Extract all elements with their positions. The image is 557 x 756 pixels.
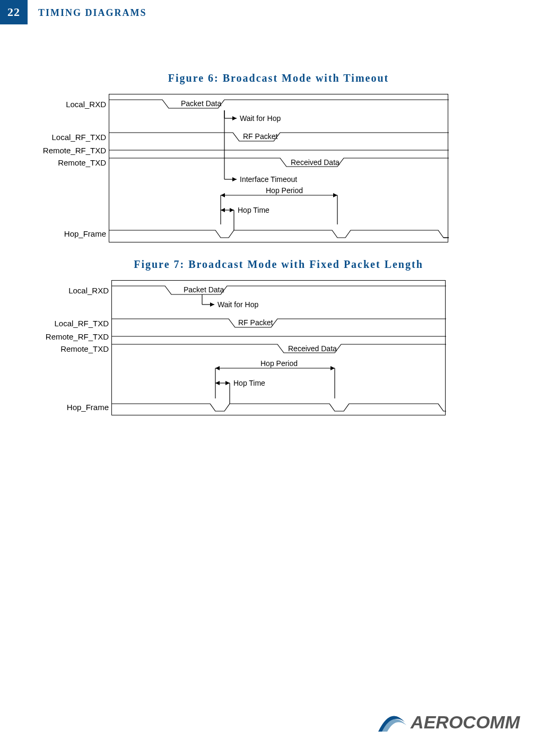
received-data-label: Received Data <box>291 158 340 167</box>
packet-data-label-7: Packet Data <box>184 285 224 294</box>
rf-packet-label-7: RF Packet <box>238 318 273 327</box>
figure-7-title: Figure 7: Broadcast Mode with Fixed Pack… <box>0 258 557 271</box>
interface-timeout-label: Interface Timeout <box>240 175 297 184</box>
figure-6-svg: Packet Data Wait for Hop RF Packet Recei… <box>109 94 449 243</box>
hop-time-label-7: Hop Time <box>233 379 265 387</box>
signal-label-hop-frame: Hop_Frame <box>64 229 106 238</box>
received-data-label-7: Received Data <box>288 344 337 353</box>
signal-label-local-rxd: Local_RXD <box>66 100 106 109</box>
svg-marker-5 <box>230 208 234 212</box>
svg-marker-2 <box>221 193 225 197</box>
packet-data-label: Packet Data <box>181 99 221 108</box>
figure-7-diagram: Local_RXD Local_RF_TXD Remote_RF_TXD Rem… <box>111 280 446 415</box>
hop-time-label: Hop Time <box>238 206 269 214</box>
signal-label-local-rf-txd: Local_RF_TXD <box>51 133 106 142</box>
signal-label-remote-rf-txd: Remote_RF_TXD <box>43 146 106 155</box>
aerocomm-swoosh-icon <box>376 709 407 735</box>
svg-marker-6 <box>210 302 214 307</box>
page-header: 22 TIMING DIAGRAMS <box>0 0 557 24</box>
signal-label-remote-txd-7: Remote_TXD <box>60 344 109 353</box>
svg-marker-1 <box>232 177 237 181</box>
signal-label-local-rxd-7: Local_RXD <box>68 286 109 295</box>
signal-label-remote-txd: Remote_TXD <box>58 158 106 167</box>
svg-marker-9 <box>215 381 220 385</box>
svg-marker-4 <box>221 208 225 212</box>
page-number-badge: 22 <box>0 0 28 24</box>
wait-for-hop-label: Wait for Hop <box>240 114 281 123</box>
figure-6-title: Figure 6: Broadcast Mode with Timeout <box>0 72 557 84</box>
wait-for-hop-label-7: Wait for Hop <box>217 300 258 309</box>
footer-brand-text: AEROCOMM <box>411 712 520 733</box>
hop-period-label: Hop Period <box>266 186 303 195</box>
svg-marker-3 <box>333 193 337 197</box>
rf-packet-label: RF Packet <box>243 132 277 141</box>
svg-marker-10 <box>225 381 230 385</box>
footer-logo: AEROCOMM <box>376 709 520 735</box>
section-title: TIMING DIAGRAMS <box>28 0 147 24</box>
signal-label-remote-rf-txd-7: Remote_RF_TXD <box>46 332 109 341</box>
svg-marker-0 <box>232 116 237 120</box>
figure-6-diagram: Local_RXD Local_RF_TXD Remote_RF_TXD Rem… <box>109 94 448 242</box>
svg-marker-8 <box>330 366 335 370</box>
figure-7-svg: Packet Data Wait for Hop RF Packet Recei… <box>112 281 446 416</box>
signal-label-local-rf-txd-7: Local_RF_TXD <box>54 319 109 328</box>
signal-label-hop-frame-7: Hop_Frame <box>67 403 109 412</box>
hop-period-label-7: Hop Period <box>260 359 298 368</box>
svg-marker-7 <box>215 366 220 370</box>
